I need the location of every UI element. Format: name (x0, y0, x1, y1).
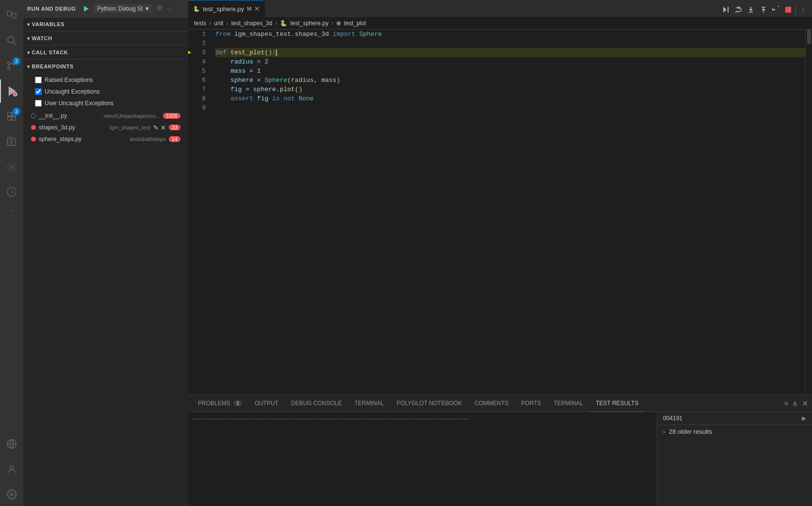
line-num-6: 6 (188, 76, 206, 85)
svg-rect-10 (8, 112, 11, 116)
tab-debug-console[interactable]: DEBUG CONSOLE (285, 395, 348, 412)
watch-header[interactable]: ▾ WATCH (23, 32, 188, 45)
debug-stop-btn[interactable] (783, 4, 794, 16)
tab-test-sphere[interactable]: 🐍 test_sphere.py M ✕ (188, 0, 265, 17)
panel-close-btn[interactable]: ✕ (802, 399, 808, 408)
code-is-not-kw: is not (268, 94, 298, 103)
activity-extra-1[interactable] (0, 155, 23, 178)
tab-close-btn[interactable]: ✕ (254, 5, 260, 13)
code-sphere-class-6: Sphere (264, 76, 287, 85)
test-results-run-btn[interactable]: ▶ (802, 415, 806, 422)
breadcrumb-test-plot[interactable]: test_plot (344, 20, 366, 27)
code-line-4: radius = 2 (215, 57, 805, 66)
edit-icon[interactable]: ✎ (153, 124, 159, 131)
terminal-label: TERMINAL (355, 400, 384, 407)
breakpoints-section: ▾ BREAKPOINTS Raised Exceptions Uncaught… (23, 59, 188, 145)
debug-step-into-btn[interactable] (745, 4, 757, 17)
app-layout: 2 3 (0, 0, 812, 506)
activity-account[interactable] (0, 458, 23, 481)
tab-ports[interactable]: PORTS (515, 395, 547, 412)
tab-and-debug: 🐍 test_sphere.py M ✕ (188, 0, 812, 17)
debug-restart-btn[interactable] (770, 4, 782, 17)
debug-settings-btn[interactable] (156, 4, 163, 13)
debug-config-selector[interactable]: Python: Debug St ▾ (93, 4, 153, 13)
svg-rect-21 (728, 7, 729, 13)
scrollbar-gutter (805, 30, 812, 395)
panel-content: ----------------------------------------… (188, 412, 812, 506)
call-stack-header[interactable]: ▾ CALL STACK (23, 46, 188, 59)
file-item-init[interactable]: __init__.py .venv\Lib\packages\nu... 332… (23, 110, 188, 122)
debug-step-out-btn[interactable] (758, 4, 769, 17)
activity-settings[interactable] (0, 483, 23, 506)
code-line-5: mass = 1 (215, 66, 805, 76)
breakpoints-header[interactable]: ▾ BREAKPOINTS (23, 60, 188, 73)
code-sphere-cls: Sphere (359, 30, 382, 39)
ports-label: PORTS (521, 400, 541, 407)
debug-step-over-btn[interactable] (732, 4, 744, 17)
code-line-9 (215, 103, 805, 112)
svg-point-4 (8, 67, 11, 70)
code-editor[interactable]: 1 2 ▶ 3 4 5 6 7 8 9 from lgm_shapes_test… (188, 30, 812, 395)
activity-extensions[interactable]: 3 (0, 105, 23, 128)
breakpoints-label: BREAKPOINTS (32, 63, 74, 69)
svg-point-9 (14, 93, 17, 96)
terminal-2-label: TERMINAL (553, 400, 583, 407)
file-count-sphere-steps: 14 (169, 136, 180, 142)
panel-left-content: ----------------------------------------… (188, 412, 657, 506)
breadcrumb-test-shapes-3d[interactable]: test_shapes_3d (231, 20, 273, 27)
file-item-shapes[interactable]: shapes_3d.py lgm_shapes_test ✎ ✕ 33 (23, 122, 188, 133)
svg-rect-0 (7, 11, 11, 16)
older-results-expand: › (663, 428, 665, 435)
scrollbar-thumb[interactable] (807, 30, 811, 44)
activity-extra-2[interactable] (0, 180, 23, 204)
run-button[interactable] (82, 5, 90, 13)
debug-more-btn[interactable]: ⋮ (798, 5, 808, 16)
svg-rect-27 (785, 7, 791, 13)
uncaught-exceptions-checkbox[interactable] (35, 88, 42, 95)
breadcrumb-unit[interactable]: unit (214, 20, 223, 27)
debug-continue-btn[interactable] (720, 4, 731, 17)
file-path-shapes: lgm_shapes_test (110, 125, 150, 130)
variables-header[interactable]: ▾ VARIABLES (23, 17, 188, 31)
panel-filter-btn[interactable]: ≡ (784, 399, 788, 407)
code-radius-var: radius (230, 57, 253, 66)
remove-icon[interactable]: ✕ (161, 124, 166, 131)
run-debug-more[interactable]: ··· (166, 5, 172, 12)
activity-explorer[interactable] (0, 4, 23, 27)
file-dot-sphere-steps (31, 137, 36, 142)
user-uncaught-checkbox[interactable] (35, 100, 42, 107)
breadcrumb-fn-icon: ⊕ (336, 20, 341, 27)
tab-terminal-2[interactable]: TERMINAL (548, 395, 589, 412)
run-debug-title: RUN AND DEBUG (27, 6, 76, 12)
tab-problems[interactable]: PROBLEMS 3 (192, 395, 248, 412)
tab-polyglot[interactable]: POLYGLOT NOTEBOOK (390, 395, 468, 412)
file-path-init: .venv\Lib\packages\nu... (102, 113, 160, 119)
code-test-plot-fn: test_plot (230, 48, 264, 57)
tab-terminal[interactable]: TERMINAL (349, 395, 390, 412)
tab-test-results[interactable]: TEST RESULTS (590, 395, 644, 412)
tab-output[interactable]: OUTPUT (249, 395, 284, 412)
code-fig-var: fig (230, 85, 242, 94)
raised-exceptions-checkbox[interactable] (35, 77, 42, 83)
older-results-item[interactable]: › 28 older results (657, 425, 812, 438)
breadcrumb-tests[interactable]: tests (194, 20, 206, 27)
panel-tabs: PROBLEMS 3 OUTPUT DEBUG CONSOLE TERMINAL… (188, 395, 812, 412)
activity-testing[interactable] (0, 130, 23, 153)
breadcrumb-test-sphere-py[interactable]: test_sphere.py (290, 20, 328, 27)
activity-search[interactable] (0, 29, 23, 52)
svg-marker-20 (723, 7, 727, 13)
editor-area: 🐍 test_sphere.py M ✕ (188, 0, 812, 506)
activity-source-control[interactable]: 2 (0, 54, 23, 78)
svg-point-16 (10, 466, 13, 469)
panel-maximize-btn[interactable]: ∧ (792, 399, 798, 408)
code-content[interactable]: from lgm_shapes_test.shapes_3d import Sp… (211, 30, 805, 395)
activity-remote[interactable] (0, 432, 23, 456)
toolbar-separator (796, 6, 796, 16)
line-num-2: 2 (188, 39, 206, 48)
file-item-sphere-steps[interactable]: sphere_steps.py tests\bdd\steps 14 (23, 133, 188, 145)
breakpoints-chevron: ▾ (27, 64, 30, 69)
tab-comments[interactable]: COMMENTS (469, 395, 514, 412)
variables-chevron: ▾ (27, 22, 30, 27)
activity-run-debug[interactable] (0, 79, 23, 103)
more-dots[interactable]: ··· (9, 206, 14, 215)
